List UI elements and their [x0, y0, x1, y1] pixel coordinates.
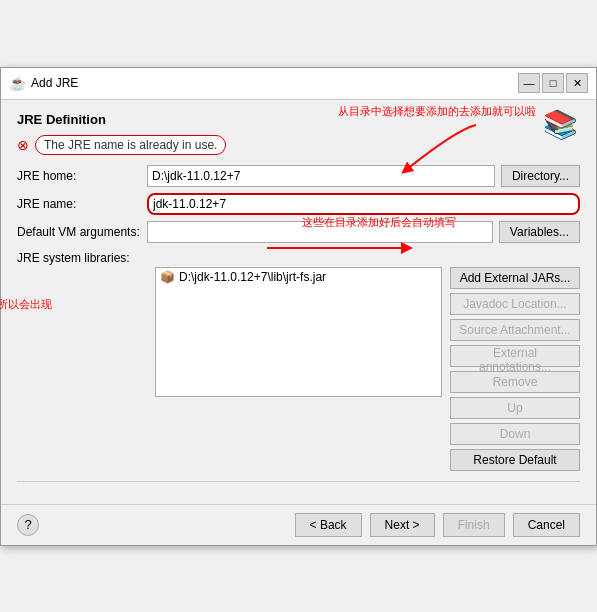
- add-external-jars-button[interactable]: Add External JARs...: [450, 267, 580, 289]
- directory-button[interactable]: Directory...: [501, 165, 580, 187]
- variables-button[interactable]: Variables...: [499, 221, 580, 243]
- down-button[interactable]: Down: [450, 423, 580, 445]
- window-title: Add JRE: [31, 76, 518, 90]
- finish-button[interactable]: Finish: [443, 513, 505, 537]
- divider: [17, 481, 580, 482]
- jre-name-input-area: [147, 193, 580, 215]
- error-icon: ⊗: [17, 137, 29, 153]
- default-vm-row: Default VM arguments: Variables...: [17, 221, 580, 243]
- annotation-right: 这些在目录添加好后会自动填写: [302, 215, 456, 230]
- window-icon: ☕: [9, 75, 25, 91]
- footer: ? < Back Next > Finish Cancel: [1, 504, 596, 545]
- jar-icon: 📦: [160, 270, 175, 284]
- libraries-content: 📦 D:\jdk-11.0.12+7\lib\jrt-fs.jar Add Ex…: [17, 267, 580, 471]
- external-annotations-button[interactable]: External annotations...: [450, 345, 580, 367]
- list-item: 📦 D:\jdk-11.0.12+7\lib\jrt-fs.jar: [156, 268, 441, 286]
- javadoc-location-button[interactable]: Javadoc Location...: [450, 293, 580, 315]
- back-button[interactable]: < Back: [295, 513, 362, 537]
- main-content: 从目录中选择想要添加的去添加就可以啦 📚 JRE Definition ⊗ Th…: [1, 100, 596, 504]
- jre-home-input[interactable]: [147, 165, 495, 187]
- titlebar: ☕ Add JRE — □ ✕: [1, 68, 596, 100]
- jre-home-row: JRE home: Directory...: [17, 165, 580, 187]
- jre-name-label: JRE name:: [17, 197, 147, 211]
- jre-home-label: JRE home:: [17, 169, 147, 183]
- annotation-left: 由于我已经添加过了，所以会出现这个警告的标识！: [0, 297, 57, 327]
- remove-button[interactable]: Remove: [450, 371, 580, 393]
- maximize-button[interactable]: □: [542, 73, 564, 93]
- jre-home-input-area: Directory...: [147, 165, 580, 187]
- add-jre-window: ☕ Add JRE — □ ✕ 从目录中选择想要添加的去添加就可以啦 📚 JRE…: [0, 67, 597, 546]
- restore-default-button[interactable]: Restore Default: [450, 449, 580, 471]
- titlebar-controls: — □ ✕: [518, 73, 588, 93]
- libraries-list[interactable]: 📦 D:\jdk-11.0.12+7\lib\jrt-fs.jar: [155, 267, 442, 397]
- help-button[interactable]: ?: [17, 514, 39, 536]
- close-button[interactable]: ✕: [566, 73, 588, 93]
- source-attachment-button[interactable]: Source Attachment...: [450, 319, 580, 341]
- libraries-buttons: Add External JARs... Javadoc Location...…: [450, 267, 580, 471]
- library-path: D:\jdk-11.0.12+7\lib\jrt-fs.jar: [179, 270, 326, 284]
- next-button[interactable]: Next >: [370, 513, 435, 537]
- libraries-label: JRE system libraries:: [17, 251, 147, 265]
- cancel-button[interactable]: Cancel: [513, 513, 580, 537]
- minimize-button[interactable]: —: [518, 73, 540, 93]
- up-button[interactable]: Up: [450, 397, 580, 419]
- error-message: The JRE name is already in use.: [35, 135, 226, 155]
- default-vm-label: Default VM arguments:: [17, 225, 147, 239]
- libraries-section: JRE system libraries:: [17, 251, 580, 265]
- jre-name-row: JRE name:: [17, 193, 580, 215]
- jre-name-input[interactable]: [147, 193, 580, 215]
- section-title: JRE Definition: [17, 112, 580, 127]
- form-area: JRE home: Directory... JRE name: Default…: [17, 165, 580, 243]
- error-box: ⊗ The JRE name is already in use.: [17, 135, 580, 155]
